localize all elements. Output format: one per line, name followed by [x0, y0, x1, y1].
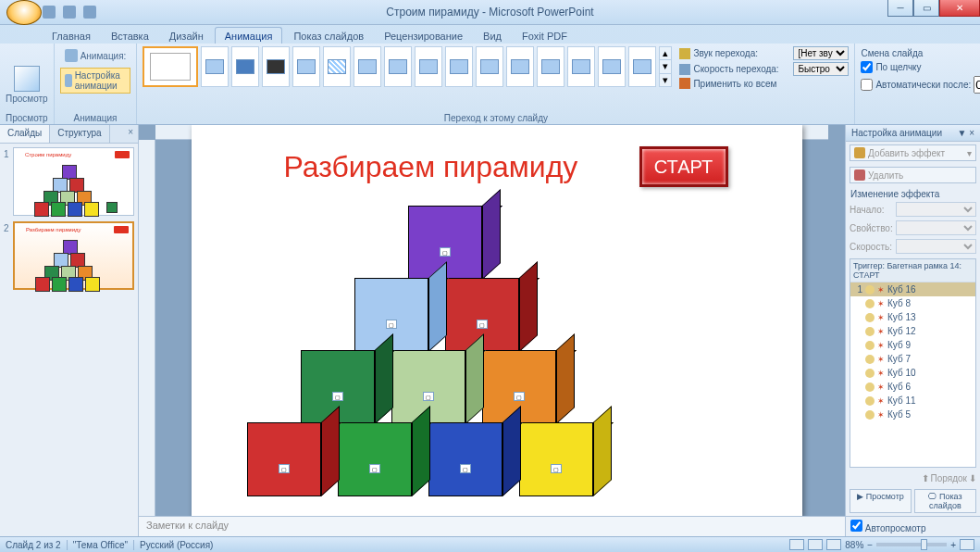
qat-redo-icon[interactable] [83, 6, 96, 19]
slide-title[interactable]: Разбираем пирамиду [284, 150, 578, 184]
minimize-button[interactable]: ─ [887, 0, 913, 17]
zoom-slider[interactable] [876, 543, 947, 546]
workspace: Слайды Структура × 1 Строим пирамиду [0, 125, 980, 536]
qat-undo-icon[interactable] [63, 6, 76, 19]
transition-item[interactable] [384, 46, 412, 87]
speed-select[interactable]: Быстро [793, 62, 849, 76]
effect-item[interactable]: ✶Куб 13 [850, 310, 975, 324]
panel-close-icon[interactable]: × [123, 125, 138, 143]
speed-select-r[interactable] [896, 239, 976, 254]
anim-setup-label: Настройка анимации [75, 70, 127, 91]
cube-c-green[interactable]: ▢ [338, 422, 430, 515]
animation-pane-button[interactable]: Настройка анимации [60, 68, 131, 94]
animation-group-label: Анимация [55, 113, 137, 123]
thumbnail-2[interactable]: 2 Разбираем пирамиду [4, 221, 134, 290]
effect-item[interactable]: ✶Куб 10 [850, 366, 975, 380]
transition-item[interactable] [445, 46, 473, 87]
view-sorter-icon[interactable] [808, 539, 823, 550]
effect-item[interactable]: ✶Куб 7 [850, 352, 975, 366]
cube-c-yellow[interactable]: ▢ [519, 422, 612, 515]
speed-label: Скорость перехода: [693, 64, 793, 74]
tab-review[interactable]: Рецензирование [375, 28, 472, 44]
transition-item[interactable] [262, 46, 290, 87]
preview-icon[interactable] [14, 66, 40, 92]
mini-start-button [115, 151, 130, 158]
property-select[interactable] [896, 220, 976, 235]
x-icon [854, 169, 865, 181]
clock-icon [865, 369, 875, 378]
view-show-icon[interactable] [826, 539, 841, 550]
pane-dropdown-icon[interactable]: ▼ × [957, 128, 974, 138]
add-effect-button[interactable]: Добавить эффект▾ [850, 144, 976, 161]
effect-name: Куб 12 [887, 326, 916, 336]
tab-slides[interactable]: Слайды [0, 125, 50, 143]
tab-outline[interactable]: Структура [50, 125, 109, 143]
tab-slideshow[interactable]: Показ слайдов [284, 28, 373, 44]
transition-item[interactable] [292, 46, 320, 87]
effect-item[interactable]: 1✶Куб 16 [850, 282, 975, 296]
effect-item[interactable]: ✶Куб 9 [850, 338, 975, 352]
animation-dropdown[interactable]: Анимация: [60, 46, 131, 65]
tab-view[interactable]: Вид [474, 28, 511, 44]
zoom-in-icon[interactable]: + [950, 540, 956, 550]
remove-effect-button[interactable]: Удалить [850, 167, 976, 183]
pyramid: ▢▢▢▢▢▢▢▢▢▢ [229, 206, 743, 511]
transition-item[interactable] [506, 46, 534, 87]
tab-animations[interactable]: Анимация [215, 27, 283, 44]
notes-pane[interactable]: Заметки к слайду [139, 516, 845, 536]
tab-insert[interactable]: Вставка [102, 28, 158, 44]
applyall-label[interactable]: Применить ко всем [693, 79, 776, 89]
autoafter-input[interactable] [974, 76, 980, 94]
sound-select[interactable]: [Нет звука] [793, 46, 849, 60]
exit-effect-icon: ✶ [877, 299, 885, 308]
transition-item[interactable] [415, 46, 442, 87]
canvas[interactable]: Разбираем пирамиду СТАРТ ▢▢▢▢▢▢▢▢▢▢ [139, 125, 845, 516]
transition-item[interactable] [476, 46, 503, 87]
effect-list: Триггер: Багетная рамка 14: СТАРТ 1✶Куб … [850, 258, 976, 468]
effect-item[interactable]: ✶Куб 12 [850, 324, 975, 338]
transition-item[interactable] [231, 46, 259, 87]
slide[interactable]: Разбираем пирамиду СТАРТ ▢▢▢▢▢▢▢▢▢▢ [192, 125, 802, 516]
effect-item[interactable]: ✶Куб 8 [850, 296, 975, 310]
tab-home[interactable]: Главная [43, 28, 100, 44]
clock-icon [865, 313, 875, 322]
qat-save-icon[interactable] [43, 6, 56, 19]
autoafter-checkbox[interactable] [861, 79, 873, 91]
gallery-more-button[interactable]: ▴ ▾ ▾ [659, 46, 672, 87]
tab-design[interactable]: Дизайн [160, 28, 213, 44]
transition-item[interactable] [323, 46, 351, 87]
clock-icon [865, 285, 875, 295]
thumbnail-1[interactable]: 1 Строим пирамиду [4, 147, 134, 216]
autopreview-checkbox[interactable]: Автопросмотр [850, 523, 925, 533]
transition-item[interactable] [537, 46, 564, 87]
transition-item[interactable] [354, 46, 381, 87]
cube-c-red2[interactable]: ▢ [247, 422, 340, 515]
maximize-button[interactable]: ▭ [913, 0, 939, 17]
zoom-out-icon[interactable]: − [867, 540, 873, 550]
slideshow-button[interactable]: 🖵 Показ слайдов [914, 489, 976, 513]
start-button[interactable]: СТАРТ [639, 146, 728, 187]
play-button[interactable]: ▶ Просмотр [850, 489, 912, 513]
close-button[interactable]: ✕ [939, 0, 980, 17]
tab-foxit[interactable]: Foxit PDF [513, 28, 577, 44]
effect-item[interactable]: ✶Куб 11 [850, 394, 975, 408]
view-normal-icon[interactable] [789, 539, 804, 550]
reorder-controls[interactable]: ⬆Порядок⬇ [850, 473, 976, 483]
effect-item[interactable]: ✶Куб 5 [850, 408, 975, 421]
transition-item[interactable] [628, 46, 656, 87]
applyall-icon [679, 78, 690, 89]
start-select[interactable] [896, 202, 976, 217]
cube-c-blue[interactable]: ▢ [428, 422, 521, 515]
language-info[interactable]: Русский (Россия) [140, 540, 213, 550]
transition-item[interactable] [201, 46, 229, 87]
onclick-checkbox[interactable] [861, 61, 873, 73]
effect-item[interactable]: ✶Куб 6 [850, 380, 975, 394]
transition-item[interactable] [567, 46, 595, 87]
fit-icon[interactable] [960, 539, 974, 550]
zoom-level[interactable]: 88% [845, 540, 863, 550]
anim-marker-icon: ▢ [423, 392, 434, 401]
office-button[interactable] [6, 0, 42, 25]
transition-none[interactable] [143, 46, 198, 87]
transition-item[interactable] [598, 46, 626, 87]
window-controls: ─ ▭ ✕ [887, 0, 980, 17]
